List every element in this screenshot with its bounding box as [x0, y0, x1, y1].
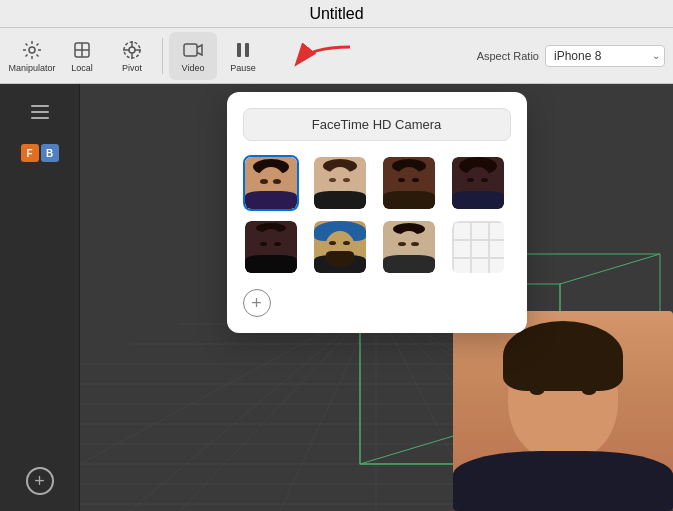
svg-rect-16: [245, 43, 249, 57]
face-thumb-7[interactable]: [381, 219, 437, 275]
window-title: Untitled: [309, 5, 363, 23]
aspect-ratio-label: Aspect Ratio: [477, 50, 539, 62]
svg-line-5: [26, 43, 28, 45]
pause-button[interactable]: Pause: [219, 32, 267, 80]
titlebar: Untitled: [0, 0, 673, 28]
svg-line-6: [37, 54, 39, 56]
pivot-label: Pivot: [122, 63, 142, 73]
face-thumb-8-grid[interactable]: [450, 219, 506, 275]
device-select[interactable]: iPhone 8 iPhone SE iPhone X iPhone 11 iP…: [545, 45, 665, 67]
add-object-button[interactable]: +: [26, 467, 54, 495]
svg-rect-19: [31, 111, 49, 113]
svg-line-7: [37, 43, 39, 45]
svg-line-32: [280, 304, 376, 511]
pivot-button[interactable]: Pivot: [108, 32, 156, 80]
fb-badge: F B: [21, 144, 59, 162]
svg-line-38: [130, 304, 376, 511]
viewport[interactable]: FaceTime HD Camera: [80, 84, 673, 511]
toolbar-separator-1: [162, 38, 163, 74]
local-label: Local: [71, 63, 93, 73]
toolbar: Manipulator Local Pivot: [0, 28, 673, 84]
grid-placeholder: [452, 221, 506, 275]
face-thumb-6[interactable]: [312, 219, 368, 275]
toolbar-left-group: Manipulator Local Pivot: [8, 32, 267, 80]
local-button[interactable]: Local: [58, 32, 106, 80]
face-preview: [453, 311, 673, 511]
manipulator-label: Manipulator: [8, 63, 55, 73]
face-thumb-4[interactable]: [450, 155, 506, 211]
pause-label: Pause: [230, 63, 256, 73]
camera-popup: FaceTime HD Camera: [227, 92, 527, 333]
svg-point-0: [29, 47, 35, 53]
svg-rect-18: [31, 105, 49, 107]
svg-rect-14: [184, 44, 197, 56]
plus-icon: +: [34, 471, 45, 492]
svg-line-8: [26, 54, 28, 56]
main-area: F B +: [0, 84, 673, 511]
svg-rect-15: [237, 43, 241, 57]
svg-point-12: [129, 47, 135, 53]
video-label: Video: [182, 63, 205, 73]
svg-line-50: [360, 434, 460, 464]
face-thumb-3[interactable]: [381, 155, 437, 211]
face-grid: [243, 155, 511, 275]
hamburger-menu-button[interactable]: [20, 92, 60, 132]
face-thumb-2[interactable]: [312, 155, 368, 211]
video-button[interactable]: Video: [169, 32, 217, 80]
svg-rect-20: [31, 117, 49, 119]
b-badge: B: [41, 144, 59, 162]
left-panel: F B +: [0, 84, 80, 511]
f-badge: F: [21, 144, 39, 162]
face-thumb-5[interactable]: [243, 219, 299, 275]
manipulator-button[interactable]: Manipulator: [8, 32, 56, 80]
plus-icon: +: [251, 293, 262, 314]
svg-line-42: [560, 254, 660, 284]
device-select-wrapper[interactable]: iPhone 8 iPhone SE iPhone X iPhone 11 iP…: [545, 45, 665, 67]
device-selector: Aspect Ratio iPhone 8 iPhone SE iPhone X…: [477, 45, 665, 67]
popup-add-button[interactable]: +: [243, 289, 271, 317]
face-thumb-1[interactable]: [243, 155, 299, 211]
svg-line-31: [180, 304, 376, 511]
facetime-hd-camera-button[interactable]: FaceTime HD Camera: [243, 108, 511, 141]
